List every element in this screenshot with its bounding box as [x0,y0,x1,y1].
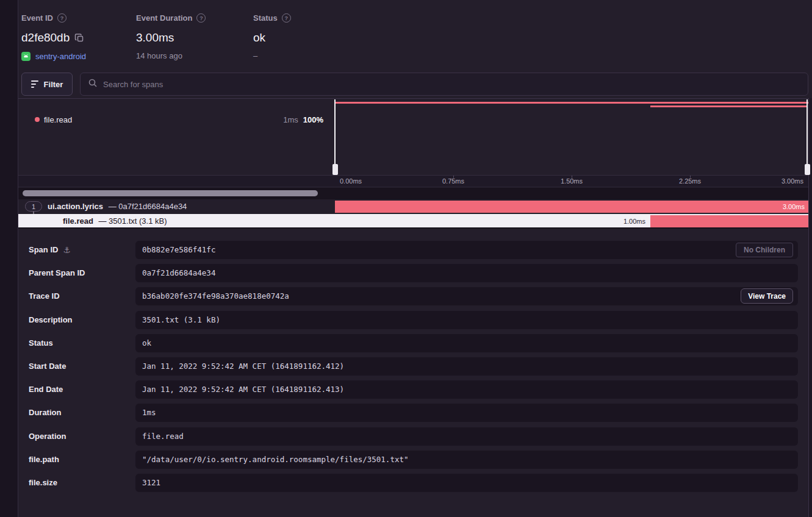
trace-view-panel: file.read 1ms 100% 0.00ms 0.75ms 1.50ms … [18,98,809,517]
detail-row-end-date: End Date Jan 11, 2022 9:52:42 AM CET (16… [18,380,808,399]
detail-label: End Date [29,380,63,399]
help-icon[interactable]: ? [282,13,291,23]
detail-label: Status [29,334,53,352]
filter-button-label: Filter [44,80,63,89]
detail-value: 0a7f21d6684a4e34 [142,264,215,282]
time-axis: 0.00ms 0.75ms 1.50ms 2.25ms 3.00ms [18,175,808,187]
search-input[interactable] [103,80,800,89]
detail-value: 1ms [142,404,156,422]
detail-row-status: Status ok [18,334,808,352]
detail-row-file-size: file.size 3121 [18,474,808,492]
detail-value: file.read [142,427,184,446]
viewport-grip[interactable] [332,164,338,175]
axis-tick-label: 0.00ms [340,177,362,185]
span-description: — 0a7f21d6684a4e34 [109,202,187,211]
copy-icon[interactable] [74,33,85,43]
detail-label: file.path [29,451,59,469]
detail-row-file-path: file.path "/data/user/0/io.sentry.androi… [18,451,808,469]
operation-percent: 100% [303,115,323,124]
detail-row-span-id: Span ID ⚓ 0b882e7e586f41fc No Children [18,241,808,259]
detail-row-duration: Duration 1ms [18,404,808,422]
minimap-span-bar [335,102,808,104]
project-link[interactable]: sentry-android [35,52,86,61]
page-right-gutter [809,98,812,517]
status-sub: – [253,51,291,60]
detail-label: file.size [29,474,57,492]
detail-value: Jan 11, 2022 9:52:42 AM CET (1641891162.… [142,380,344,399]
detail-label: Description [29,311,73,329]
span-operation: ui.action.lyrics [48,202,103,211]
detail-row-operation: Operation file.read [18,427,808,446]
viewport-handle-right[interactable] [807,99,808,175]
operation-name: file.read [44,115,72,124]
detail-row-parent-span-id: Parent Span ID 0a7f21d6684a4e34 [18,264,808,282]
operation-row-file-read[interactable]: file.read 1ms 100% [35,115,323,124]
detail-label: Duration [29,404,61,422]
detail-label: Parent Span ID [29,264,85,282]
detail-value: 3501.txt (3.1 kB) [142,311,220,329]
span-duration-label: 1.00ms [623,215,645,227]
spans-toolbar: Filter [21,73,808,96]
horizontal-scrollbar[interactable] [23,190,318,196]
event-duration-label: Event Duration ? [136,13,206,23]
event-id-label: Event ID ? [21,13,86,23]
no-children-badge[interactable]: No Children [736,243,793,257]
project-chip[interactable]: sentry-android [21,52,86,61]
status-label: Status ? [253,13,291,23]
event-duration-ago: 14 hours ago [136,51,206,60]
view-trace-button[interactable]: View Trace [741,288,793,304]
detail-row-description: Description 3501.txt (3.1 kB) [18,311,808,329]
operation-duration: 1ms [283,115,298,124]
status-column: Status ? ok – [253,13,291,60]
axis-tick-label: 0.75ms [442,177,464,185]
event-id-label-text: Event ID [21,13,53,23]
span-search-bar[interactable] [80,73,808,96]
detail-value: 0b882e7e586f41fc [142,241,215,259]
event-id-column: Event ID ? d2fe80db sentry-android [21,13,86,61]
span-description: — 3501.txt (3.1 kB) [98,216,167,226]
operation-color-dot [35,117,40,122]
event-duration-value: 3.00ms [136,31,174,45]
event-duration-label-text: Event Duration [136,13,192,23]
page-left-gutter [0,0,18,517]
detail-value: Jan 11, 2022 9:52:42 AM CET (1641891162.… [142,357,344,376]
detail-label: Trace ID [29,287,60,305]
event-duration-column: Event Duration ? 3.00ms 14 hours ago [136,13,206,60]
detail-label: Span ID [29,241,58,259]
viewport-handle-left[interactable] [334,99,336,175]
detail-value: b36ab020fe374fe98a370ae818e0742a [142,287,289,305]
status-value: ok [253,31,265,45]
anchor-link-icon[interactable]: ⚓ [63,241,71,259]
span-minimap[interactable] [335,99,808,175]
event-id-value: d2fe80db [21,31,70,45]
span-duration-bar[interactable] [650,215,808,227]
android-icon [21,52,31,61]
help-icon[interactable]: ? [57,13,66,23]
detail-value: "/data/user/0/io.sentry.android.roomsamp… [142,451,409,469]
detail-value: 3121 [142,474,160,492]
status-label-text: Status [253,13,278,23]
operations-breakdown: file.read 1ms 100% [18,99,335,175]
axis-tick-label: 1.50ms [561,177,583,185]
filter-button[interactable]: Filter [21,73,73,96]
axis-tick-label: 2.25ms [679,177,701,185]
help-icon[interactable]: ? [196,13,206,23]
axis-tick-label: 3.00ms [781,177,803,185]
search-icon [88,78,98,90]
minimap-span-bar [650,105,807,107]
detail-label: Operation [29,427,66,446]
detail-label: Start Date [29,357,66,376]
detail-value: ok [142,334,151,352]
tree-scroll-track [18,188,808,199]
viewport-grip[interactable] [805,164,810,175]
children-count-badge[interactable]: 1 [25,201,42,212]
detail-row-start-date: Start Date Jan 11, 2022 9:52:42 AM CET (… [18,357,808,376]
filter-icon [31,80,38,88]
span-duration-bar[interactable]: 3.00ms [335,201,808,213]
detail-row-trace-id: Trace ID b36ab020fe374fe98a370ae818e0742… [18,287,808,305]
span-operation: file.read [63,216,93,226]
